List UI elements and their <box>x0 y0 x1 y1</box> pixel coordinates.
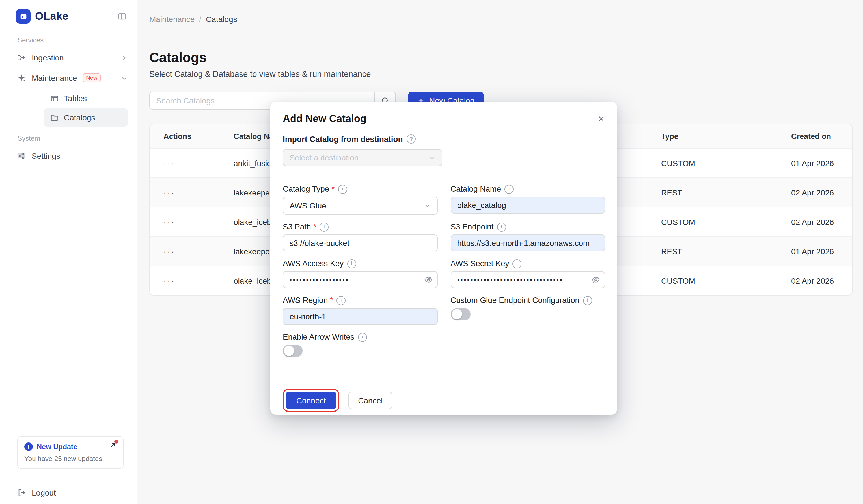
custom-glue-toggle[interactable] <box>450 308 470 320</box>
col-created-on: Created on <box>791 132 839 140</box>
eye-invisible-icon[interactable] <box>424 275 432 284</box>
settings-sliders-icon <box>17 152 26 160</box>
info-icon[interactable]: i <box>583 296 592 305</box>
enable-arrow-writes-toggle[interactable] <box>283 345 302 357</box>
required-mark: * <box>313 222 316 232</box>
field-catalog-type: Catalog Type * i AWS Glue <box>283 184 437 215</box>
aws-secret-key-input[interactable] <box>450 271 605 288</box>
info-icon[interactable]: i <box>358 333 367 341</box>
update-card-subtitle: You have 25 new updates. <box>24 455 116 463</box>
field-enable-arrow-writes: Enable Arrow Writes i <box>283 332 437 357</box>
brand-name: OLake <box>35 10 68 23</box>
field-aws-region: AWS Region * i <box>283 296 437 325</box>
type-cell: REST <box>661 247 791 256</box>
app-root: OLake Services Ingestion Maintenance New <box>0 0 863 504</box>
sidebar-item-catalogs[interactable]: Catalogs <box>43 108 128 127</box>
tables-icon <box>50 94 59 103</box>
sidebar-item-label: Catalogs <box>64 113 95 122</box>
folder-icon <box>50 113 59 122</box>
destination-select[interactable]: Select a destination <box>283 149 442 166</box>
s3-endpoint-input[interactable] <box>450 234 605 251</box>
field-s3-endpoint: S3 Endpoint i <box>450 222 605 251</box>
type-cell: CUSTOM <box>661 217 791 226</box>
sidebar-item-maintenance[interactable]: Maintenance New <box>0 68 137 88</box>
add-catalog-modal: Add New Catalog Import Catalog from dest… <box>270 102 617 415</box>
row-actions-menu[interactable]: ··· <box>163 246 234 256</box>
chevron-down-icon <box>429 154 436 161</box>
sidebar-item-label: Maintenance <box>32 74 77 82</box>
created-cell: 02 Apr 2026 <box>791 217 839 226</box>
field-aws-secret-key: AWS Secret Key i <box>450 259 605 288</box>
breadcrumb-maintenance[interactable]: Maintenance <box>149 14 195 24</box>
maintenance-subtree: Tables Catalogs <box>34 89 128 127</box>
sidebar-item-ingestion[interactable]: Ingestion <box>0 48 137 68</box>
olake-logo-icon <box>16 9 30 24</box>
connect-button[interactable]: Connect <box>286 391 337 409</box>
row-actions-menu[interactable]: ··· <box>163 158 234 168</box>
update-card[interactable]: i New Update You have 25 new updates. <box>17 436 124 469</box>
maintenance-sparkle-icon <box>17 74 26 82</box>
sidebar-item-tables[interactable]: Tables <box>43 89 128 107</box>
sidebar-item-label: Ingestion <box>32 53 64 62</box>
import-destination-label: Import Catalog from destination ? <box>283 134 605 143</box>
catalog-type-select[interactable]: AWS Glue <box>283 197 437 215</box>
chevron-down-icon <box>121 74 128 82</box>
cancel-button[interactable]: Cancel <box>348 391 392 409</box>
row-actions-menu[interactable]: ··· <box>163 276 234 285</box>
logout-button[interactable]: Logout <box>17 488 56 497</box>
info-icon[interactable]: i <box>513 259 522 268</box>
close-icon[interactable] <box>597 115 605 122</box>
required-mark: * <box>332 184 335 194</box>
info-icon[interactable]: i <box>497 222 506 231</box>
chevron-right-icon <box>121 54 128 61</box>
brand-logo: OLake <box>16 9 68 24</box>
required-mark: * <box>330 296 333 305</box>
notification-dot <box>114 440 118 443</box>
s3-path-input[interactable] <box>283 234 437 251</box>
field-catalog-name: Catalog Name i <box>450 184 605 215</box>
type-cell: CUSTOM <box>661 276 791 285</box>
page-title: Catalogs <box>149 50 853 66</box>
connect-highlight-ring: Connect <box>283 389 339 412</box>
ingestion-icon <box>17 53 26 62</box>
chevron-down-icon <box>424 202 431 209</box>
logout-label: Logout <box>32 488 56 497</box>
aws-access-key-input[interactable] <box>283 271 437 288</box>
sidebar-item-settings[interactable]: Settings <box>0 146 137 166</box>
aws-region-input[interactable] <box>283 308 437 325</box>
info-icon[interactable]: i <box>338 184 347 194</box>
col-actions: Actions <box>163 132 234 140</box>
info-icon[interactable]: i <box>320 222 329 231</box>
info-icon[interactable]: i <box>347 259 356 268</box>
sidebar-item-label: Settings <box>32 152 60 160</box>
sidebar: OLake Services Ingestion Maintenance New <box>0 0 137 504</box>
sidebar-item-label: Tables <box>64 94 87 103</box>
breadcrumb-separator: / <box>199 14 201 24</box>
modal-title: Add New Catalog <box>283 113 366 125</box>
info-icon[interactable]: i <box>504 184 513 194</box>
created-cell: 01 Apr 2026 <box>791 158 839 168</box>
created-cell: 02 Apr 2026 <box>791 188 839 197</box>
eye-invisible-icon[interactable] <box>591 275 600 284</box>
section-label-system: System <box>0 127 137 146</box>
info-icon[interactable]: i <box>337 296 346 305</box>
section-label-services: Services <box>0 28 137 48</box>
row-actions-menu[interactable]: ··· <box>163 217 234 227</box>
row-actions-menu[interactable]: ··· <box>163 188 234 197</box>
page-subtitle: Select Catalog & Database to view tables… <box>149 69 853 79</box>
info-icon: i <box>24 442 33 451</box>
created-cell: 02 Apr 2026 <box>791 276 839 285</box>
help-icon[interactable]: ? <box>407 134 416 143</box>
breadcrumb-catalogs: Catalogs <box>206 14 237 24</box>
col-type: Type <box>661 132 791 140</box>
catalog-name-input[interactable] <box>450 197 605 214</box>
field-s3-path: S3 Path * i <box>283 222 437 251</box>
new-badge: New <box>83 74 101 82</box>
type-cell: REST <box>661 188 791 197</box>
type-cell: CUSTOM <box>661 158 791 168</box>
breadcrumb: Maintenance / Catalogs <box>137 0 863 38</box>
destination-placeholder: Select a destination <box>290 153 359 162</box>
created-cell: 01 Apr 2026 <box>791 247 839 256</box>
logout-icon <box>17 488 26 497</box>
sidebar-collapse-icon[interactable] <box>117 12 127 21</box>
